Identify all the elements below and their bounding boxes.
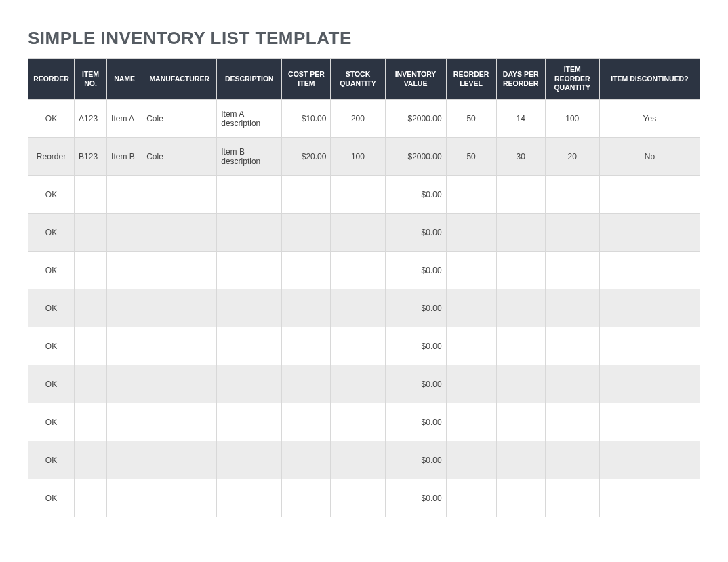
- table-row: OK$0.00: [28, 252, 700, 289]
- cell-manufacturer: [142, 479, 217, 517]
- cell-days-per-reorder: [496, 365, 545, 403]
- cell-reorder: Reorder: [28, 138, 75, 176]
- cell-reorder: OK: [28, 176, 75, 214]
- page-title: SIMPLE INVENTORY LIST TEMPLATE: [28, 28, 700, 49]
- table-row: ReorderB123Item BColeItem B description$…: [28, 138, 700, 176]
- cell-name: [107, 252, 142, 289]
- col-header-manufacturer: MANUFACTURER: [142, 59, 217, 100]
- cell-item-no: [75, 327, 107, 365]
- cell-description: Item A description: [217, 100, 282, 138]
- col-header-reorder-level: REORDER LEVEL: [446, 59, 496, 100]
- cell-name: [107, 479, 142, 517]
- cell-item-discontinued: [599, 365, 700, 403]
- cell-item-no: [75, 289, 107, 327]
- cell-stock-quantity: [331, 176, 385, 214]
- cell-stock-quantity: [331, 365, 385, 403]
- cell-inventory-value: $0.00: [385, 176, 446, 214]
- cell-inventory-value: $0.00: [385, 252, 446, 289]
- cell-days-per-reorder: 30: [496, 138, 545, 176]
- cell-name: Item B: [107, 138, 142, 176]
- cell-name: [107, 289, 142, 327]
- cell-manufacturer: Cole: [142, 100, 217, 138]
- cell-reorder: OK: [28, 479, 75, 517]
- cell-inventory-value: $0.00: [385, 479, 446, 517]
- table-row: OK$0.00: [28, 214, 700, 252]
- cell-stock-quantity: [331, 327, 385, 365]
- cell-reorder: OK: [28, 441, 75, 479]
- cell-manufacturer: [142, 403, 217, 441]
- cell-inventory-value: $0.00: [385, 327, 446, 365]
- table-row: OK$0.00: [28, 403, 700, 441]
- cell-item-no: [75, 479, 107, 517]
- cell-reorder-level: [446, 403, 496, 441]
- cell-days-per-reorder: [496, 252, 545, 289]
- cell-description: [217, 252, 282, 289]
- cell-manufacturer: Cole: [142, 138, 217, 176]
- cell-item-no: [75, 365, 107, 403]
- cell-inventory-value: $0.00: [385, 214, 446, 252]
- cell-cost-per-item: [282, 214, 331, 252]
- cell-item-no: [75, 403, 107, 441]
- cell-name: Item A: [107, 100, 142, 138]
- cell-reorder-level: [446, 252, 496, 289]
- col-header-days-per-reorder: DAYS PER REORDER: [496, 59, 545, 100]
- cell-item-discontinued: [599, 403, 700, 441]
- cell-inventory-value: $0.00: [385, 289, 446, 327]
- cell-stock-quantity: [331, 441, 385, 479]
- cell-item-discontinued: [599, 441, 700, 479]
- cell-reorder: OK: [28, 327, 75, 365]
- cell-item-discontinued: [599, 289, 700, 327]
- cell-cost-per-item: [282, 365, 331, 403]
- cell-days-per-reorder: [496, 289, 545, 327]
- cell-name: [107, 176, 142, 214]
- cell-stock-quantity: 200: [331, 100, 385, 138]
- cell-stock-quantity: [331, 252, 385, 289]
- col-header-reorder: REORDER: [28, 59, 75, 100]
- cell-item-discontinued: [599, 214, 700, 252]
- cell-cost-per-item: [282, 441, 331, 479]
- cell-cost-per-item: [282, 252, 331, 289]
- cell-reorder-level: [446, 479, 496, 517]
- cell-reorder: OK: [28, 403, 75, 441]
- cell-item-reorder-quantity: [545, 327, 599, 365]
- cell-manufacturer: [142, 289, 217, 327]
- cell-description: [217, 479, 282, 517]
- col-header-name: NAME: [107, 59, 142, 100]
- cell-item-reorder-quantity: [545, 214, 599, 252]
- cell-description: Item B description: [217, 138, 282, 176]
- cell-cost-per-item: [282, 289, 331, 327]
- cell-description: [217, 214, 282, 252]
- cell-days-per-reorder: [496, 403, 545, 441]
- cell-description: [217, 441, 282, 479]
- table-row: OK$0.00: [28, 176, 700, 214]
- cell-inventory-value: $2000.00: [385, 100, 446, 138]
- cell-item-discontinued: [599, 252, 700, 289]
- cell-description: [217, 176, 282, 214]
- table-row: OK$0.00: [28, 327, 700, 365]
- cell-cost-per-item: $10.00: [282, 100, 331, 138]
- cell-reorder-level: [446, 327, 496, 365]
- cell-cost-per-item: [282, 403, 331, 441]
- cell-item-discontinued: [599, 176, 700, 214]
- col-header-stock-quantity: STOCK QUANTITY: [331, 59, 385, 100]
- cell-manufacturer: [142, 327, 217, 365]
- cell-item-reorder-quantity: [545, 365, 599, 403]
- cell-item-no: [75, 441, 107, 479]
- cell-stock-quantity: [331, 479, 385, 517]
- cell-item-discontinued: [599, 479, 700, 517]
- table-header-row: REORDER ITEM NO. NAME MANUFACTURER DESCR…: [28, 59, 700, 100]
- cell-description: [217, 365, 282, 403]
- cell-reorder: OK: [28, 365, 75, 403]
- col-header-item-discontinued: ITEM DISCONTINUED?: [599, 59, 700, 100]
- cell-days-per-reorder: [496, 327, 545, 365]
- cell-inventory-value: $2000.00: [385, 138, 446, 176]
- table-row: OK$0.00: [28, 289, 700, 327]
- cell-item-discontinued: Yes: [599, 100, 700, 138]
- cell-reorder: OK: [28, 100, 75, 138]
- cell-item-no: [75, 176, 107, 214]
- table-row: OKA123Item AColeItem A description$10.00…: [28, 100, 700, 138]
- cell-item-reorder-quantity: 20: [545, 138, 599, 176]
- cell-description: [217, 327, 282, 365]
- cell-reorder: OK: [28, 252, 75, 289]
- cell-item-no: B123: [75, 138, 107, 176]
